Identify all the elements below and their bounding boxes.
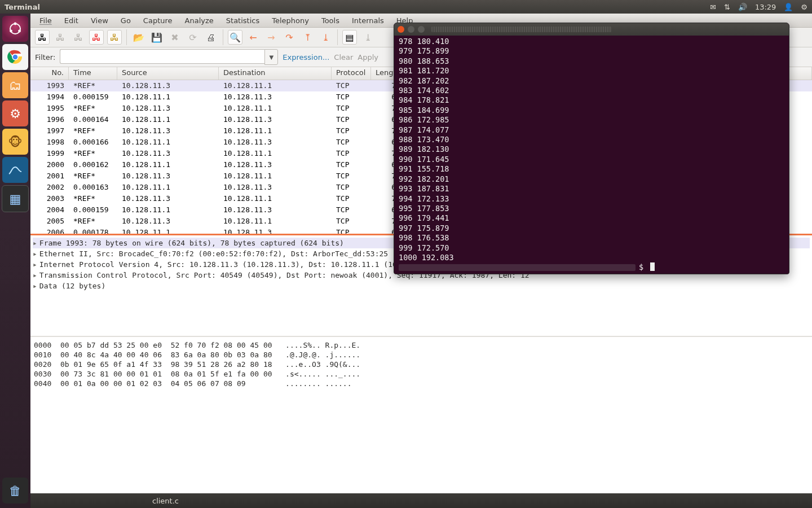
- user-icon[interactable]: 👤: [784, 3, 793, 11]
- files-launcher-icon[interactable]: 🗂: [2, 72, 28, 98]
- system-gear-icon[interactable]: ⚙: [801, 3, 807, 11]
- packet-cell: TCP: [332, 104, 371, 112]
- colorize-icon[interactable]: ▤: [342, 30, 357, 45]
- packet-cell: 2003: [30, 194, 69, 203]
- workspace-switcher-icon[interactable]: ▦: [2, 185, 29, 212]
- start-capture-icon[interactable]: 🖧: [71, 30, 86, 45]
- packet-cell: 10.128.11.3: [117, 194, 219, 203]
- clock[interactable]: 13:29: [755, 3, 776, 11]
- sound-icon[interactable]: 🔊: [738, 3, 747, 11]
- expression-button[interactable]: Expression...: [283, 53, 329, 62]
- packet-cell: 10.128.11.3: [117, 149, 219, 157]
- menu-analyze[interactable]: Analyze: [179, 15, 219, 26]
- packet-cell: *REF*: [69, 217, 117, 225]
- autoscroll-icon[interactable]: ⤓: [360, 30, 375, 45]
- prompt-symbol: $: [639, 262, 648, 272]
- packet-cell: 1996: [30, 115, 69, 124]
- taskbar-item[interactable]: client.c: [152, 497, 179, 505]
- mail-icon[interactable]: ✉: [710, 3, 716, 11]
- open-icon[interactable]: 📂: [131, 30, 146, 45]
- packet-cell: TCP: [332, 205, 371, 214]
- options-icon[interactable]: 🖧: [53, 30, 68, 45]
- column-header-protocol[interactable]: Protocol: [332, 67, 371, 80]
- find-icon[interactable]: 🔍: [228, 30, 242, 45]
- go-to-packet-icon[interactable]: ↷: [282, 30, 297, 45]
- packet-cell: 10.128.11.1: [117, 160, 219, 169]
- packet-cell: 10.128.11.3: [117, 104, 219, 112]
- menu-capture[interactable]: Capture: [138, 15, 178, 26]
- packet-cell: 0.000178: [69, 228, 117, 234]
- network-icon[interactable]: ⇅: [724, 3, 730, 11]
- interfaces-icon[interactable]: 🖧: [35, 30, 50, 45]
- packet-cell: TCP: [332, 93, 371, 101]
- restart-capture-icon[interactable]: 🖧: [107, 30, 122, 45]
- terminal-prompt-line[interactable]: $: [399, 262, 784, 272]
- close-icon[interactable]: ✖: [167, 30, 182, 45]
- packet-cell: TCP: [332, 149, 371, 157]
- packet-cell: 0.000166: [69, 138, 117, 146]
- svg-point-0: [10, 24, 20, 34]
- prompt-userhost: [399, 264, 636, 271]
- packet-cell: 2001: [30, 172, 69, 180]
- apply-button[interactable]: Apply: [358, 53, 378, 62]
- menu-telephony[interactable]: Telephony: [266, 15, 315, 26]
- reload-icon[interactable]: ⟳: [186, 30, 200, 45]
- terminal-body[interactable]: 978 180.410 979 175.899 980 188.653 981 …: [394, 36, 789, 274]
- filter-input[interactable]: [60, 49, 264, 64]
- go-forward-icon[interactable]: →: [264, 30, 279, 45]
- menu-edit[interactable]: Edit: [59, 15, 84, 26]
- menu-tools[interactable]: Tools: [316, 15, 345, 26]
- menu-file[interactable]: File: [34, 15, 58, 26]
- packet-cell: 2005: [30, 217, 69, 225]
- svg-rect-7: [8, 163, 23, 177]
- filter-label: Filter:: [35, 53, 55, 62]
- wireshark-launcher-icon[interactable]: [2, 157, 28, 183]
- print-icon[interactable]: 🖨: [204, 30, 218, 45]
- window-maximize-icon[interactable]: [418, 26, 425, 33]
- menu-view[interactable]: View: [85, 15, 114, 26]
- go-last-icon[interactable]: ⤓: [318, 30, 333, 45]
- go-first-icon[interactable]: ⤒: [300, 30, 315, 45]
- packet-cell: 0.000162: [69, 160, 117, 169]
- trash-icon[interactable]: 🗑: [2, 478, 28, 503]
- svg-point-1: [14, 23, 17, 25]
- go-back-icon[interactable]: ←: [246, 30, 261, 45]
- menu-statistics[interactable]: Statistics: [220, 15, 265, 26]
- chrome-launcher-icon[interactable]: [2, 44, 28, 70]
- packet-cell: 10.128.11.1: [117, 205, 219, 214]
- dash-icon[interactable]: [2, 16, 28, 42]
- packet-bytes-hex[interactable]: 0000 00 05 b7 dd 53 25 00 e0 52 f0 70 f2…: [30, 336, 812, 493]
- expand-icon[interactable]: ▸: [33, 260, 37, 269]
- desktop: File Edit View Go Capture Analyze Statis…: [30, 14, 812, 508]
- window-minimize-icon[interactable]: [408, 26, 414, 33]
- column-header-destination[interactable]: Destination: [219, 67, 332, 80]
- expand-icon[interactable]: ▸: [33, 271, 37, 279]
- cursor-icon: [650, 262, 655, 271]
- packet-cell: TCP: [332, 183, 371, 191]
- settings-launcher-icon[interactable]: ⚙: [2, 100, 28, 126]
- packet-cell: TCP: [332, 126, 371, 135]
- menu-internals[interactable]: Internals: [346, 15, 390, 26]
- expand-icon[interactable]: ▸: [33, 282, 37, 290]
- filter-dropdown-icon[interactable]: ▼: [264, 49, 278, 65]
- packet-cell: 1998: [30, 138, 69, 146]
- packet-cell: *REF*: [69, 194, 117, 203]
- clear-button[interactable]: Clear: [334, 53, 353, 62]
- packet-cell: 0.000159: [69, 205, 117, 214]
- packet-cell: TCP: [332, 81, 371, 90]
- packet-cell: 1995: [30, 104, 69, 112]
- expand-icon[interactable]: ▸: [33, 239, 37, 247]
- save-icon[interactable]: 💾: [149, 30, 164, 45]
- stop-capture-icon[interactable]: 🖧: [89, 30, 104, 45]
- menu-go[interactable]: Go: [115, 15, 136, 26]
- unity-top-panel: Terminal ✉ ⇅ 🔊 13:29 👤 ⚙: [0, 0, 812, 14]
- tree-item[interactable]: ▸Data (12 bytes): [33, 281, 810, 291]
- column-header-time[interactable]: Time: [69, 67, 117, 80]
- active-window-title: Terminal: [5, 3, 40, 11]
- terminal-titlebar[interactable]: [394, 23, 789, 36]
- window-close-icon[interactable]: [398, 26, 404, 33]
- app-launcher-icon[interactable]: 🐵: [2, 129, 28, 155]
- expand-icon[interactable]: ▸: [33, 249, 37, 258]
- column-header-no[interactable]: No.: [30, 67, 69, 80]
- column-header-source[interactable]: Source: [117, 67, 219, 80]
